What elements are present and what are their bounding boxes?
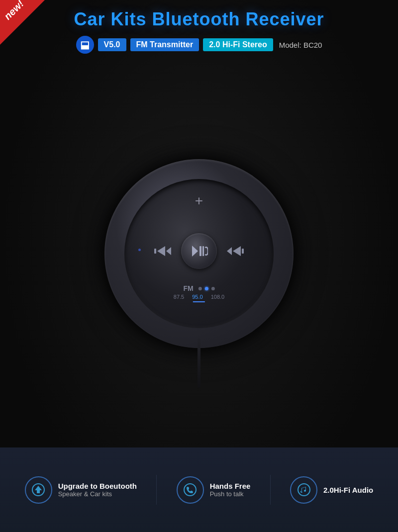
fm-label: FM — [183, 284, 193, 292]
svg-marker-6 — [227, 247, 232, 255]
fm-frequencies: 87.5 95.0 108.0 — [174, 294, 224, 300]
bluetooth-icon: ⬓ — [76, 36, 94, 54]
svg-marker-7 — [233, 246, 241, 256]
version-badge: V5.0 — [98, 38, 126, 51]
feature-upgrade: Upgrade to Boeutooth Speaker & Car kits — [25, 476, 137, 504]
svg-marker-3 — [192, 246, 198, 257]
fm-dot-2 — [205, 287, 208, 290]
fm-freq-1: 87.5 — [174, 294, 184, 300]
svg-point-11 — [184, 484, 196, 496]
fm-freq-2: 95.0 — [192, 294, 202, 300]
svg-rect-4 — [199, 246, 201, 256]
cable — [198, 338, 200, 388]
feature-upgrade-text: Upgrade to Boeutooth Speaker & Car kits — [58, 482, 137, 498]
feature-handsfree-title: Hands Free — [210, 482, 251, 490]
divider-1 — [156, 475, 157, 505]
fm-dot-1 — [199, 287, 202, 290]
music-icon-circle — [290, 476, 317, 504]
device-face: + — [124, 179, 274, 328]
fm-indicator: FM 87.5 95.0 108.0 — [174, 284, 224, 302]
svg-rect-5 — [202, 246, 204, 256]
controls-row — [154, 233, 244, 269]
new-badge-text: new! — [2, 0, 25, 21]
svg-marker-2 — [166, 247, 171, 255]
svg-point-12 — [298, 484, 310, 496]
svg-rect-8 — [242, 249, 244, 254]
phone-icon-circle — [177, 476, 204, 504]
feature-audio: 2.0Hi-Fi Audio — [290, 476, 373, 504]
feature-handsfree-text: Hands Free Push to talk — [210, 482, 251, 498]
feature-handsfree-sub: Push to talk — [210, 490, 251, 498]
fm-dot-3 — [211, 287, 215, 290]
feature-audio-title: 2.0Hi-Fi Audio — [323, 486, 373, 494]
volume-plus[interactable]: + — [195, 193, 203, 209]
fm-badge: FM Transmitter — [130, 38, 199, 51]
feature-upgrade-title: Upgrade to Boeutooth — [58, 482, 137, 490]
feature-upgrade-sub: Speaker & Car kits — [58, 490, 137, 498]
hifi-badge: 2.0 Hi-Fi Stereo — [203, 38, 273, 51]
feature-handsfree: Hands Free Push to talk — [177, 476, 251, 504]
feature-audio-text: 2.0Hi-Fi Audio — [323, 486, 373, 494]
divider-2 — [270, 475, 271, 505]
play-pause-button[interactable] — [181, 233, 217, 269]
device-area: + — [0, 60, 398, 447]
feature-badges-row: ⬓ V5.0 FM Transmitter 2.0 Hi-Fi Stereo M… — [0, 36, 398, 54]
bottom-features: Upgrade to Boeutooth Speaker & Car kits … — [0, 447, 398, 532]
header: Car Kits Bluetooth Receiver — [0, 9, 398, 30]
page-title: Car Kits Bluetooth Receiver — [0, 9, 398, 30]
svg-marker-10 — [35, 486, 42, 493]
model-text: Model: BC20 — [279, 41, 322, 49]
fm-underline — [193, 301, 205, 302]
fm-freq-3: 108.0 — [211, 294, 225, 300]
led-indicator — [138, 249, 141, 251]
next-button[interactable] — [226, 244, 244, 258]
device-outer-ring: + — [104, 159, 294, 348]
upload-icon-circle — [25, 476, 52, 504]
svg-rect-0 — [154, 249, 156, 254]
svg-marker-1 — [157, 246, 165, 256]
prev-button[interactable] — [154, 244, 172, 258]
